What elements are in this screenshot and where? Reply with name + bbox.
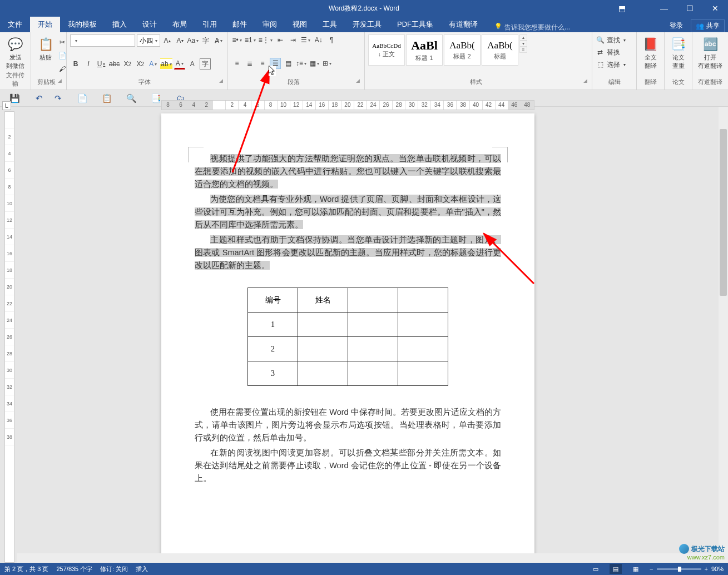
paragraph-2[interactable]: 为使您的文档具有专业外观，Word 提供了页眉、页脚、封面和文本框设计，这些设计… — [195, 193, 501, 231]
menu-mailings[interactable]: 邮件 — [225, 17, 255, 32]
strikethrough-button[interactable]: abc — [108, 58, 120, 70]
paste-button[interactable]: 📋 粘贴 — [34, 34, 57, 75]
numbering-button[interactable]: ≡1 — [244, 34, 256, 46]
text-effects-button[interactable]: A — [147, 58, 159, 70]
web-layout-button[interactable]: ▦ — [630, 564, 642, 574]
zoom-level[interactable]: 90% — [711, 566, 724, 572]
subscript-button[interactable]: X2 — [122, 58, 133, 70]
shading-button[interactable]: ▦ — [309, 58, 320, 69]
menu-developer[interactable]: 开发工具 — [345, 17, 389, 32]
menu-references[interactable]: 引用 — [195, 17, 225, 32]
dialog-launcher-icon[interactable]: ◢ — [583, 78, 587, 83]
menu-view[interactable]: 视图 — [285, 17, 315, 32]
justify-button[interactable]: ☰ — [270, 58, 281, 69]
font-size-combo[interactable]: 小四 — [137, 34, 160, 47]
zoom-in-button[interactable]: + — [705, 566, 708, 572]
menu-layout[interactable]: 布局 — [165, 17, 195, 32]
print-layout-button[interactable]: ▤ — [610, 564, 622, 574]
qat-paste-button[interactable]: 📋 — [101, 93, 112, 104]
share-button[interactable]: 👥共享 — [691, 19, 725, 32]
increase-indent-button[interactable]: ⇥ — [288, 34, 299, 46]
clear-formatting-button[interactable]: A̷ — [213, 35, 224, 46]
menu-design[interactable]: 设计 — [135, 17, 165, 32]
tell-me-search[interactable]: 告诉我您想要做什么... — [491, 23, 570, 32]
menu-pdftools[interactable]: PDF工具集 — [389, 17, 441, 32]
asian-layout-button[interactable]: ☰ — [300, 34, 311, 46]
document-table[interactable]: 编号 姓名 1 2 3 — [247, 288, 448, 386]
font-color-button[interactable]: A — [174, 58, 185, 70]
align-left-button[interactable]: ≡ — [231, 58, 242, 69]
paragraph-3[interactable]: 主题和样式也有助于文档保持协调。当您单击设计并选择新的主题时，图片、图表或 Sm… — [195, 234, 501, 272]
dialog-launcher-icon[interactable]: ◢ — [356, 78, 360, 83]
maximize-button[interactable]: ☐ — [677, 0, 702, 17]
grow-font-button[interactable]: A▴ — [162, 35, 173, 46]
distributed-button[interactable]: ▤ — [283, 58, 294, 69]
bullets-button[interactable]: ≡• — [231, 34, 242, 46]
page-indicator[interactable]: 第 2 页，共 3 页 — [4, 565, 48, 573]
minimize-button[interactable]: — — [651, 0, 677, 17]
open-youdao-button[interactable]: 🔤 打开有道翻译 — [696, 34, 725, 71]
line-spacing-button[interactable]: ↕≡ — [295, 58, 307, 69]
zoom-slider[interactable] — [657, 568, 701, 570]
menu-insert[interactable]: 插入 — [105, 17, 135, 32]
italic-button[interactable]: I — [83, 58, 94, 70]
replace-button[interactable]: ⇄替换 — [596, 47, 633, 58]
read-mode-button[interactable]: ▭ — [590, 564, 602, 574]
undo-button[interactable]: ↶ — [33, 93, 44, 104]
find-button[interactable]: 🔍查找▾ — [596, 34, 633, 46]
multilevel-list-button[interactable]: ≡⋮ — [258, 34, 273, 46]
superscript-button[interactable]: X2 — [135, 58, 146, 70]
select-button[interactable]: ⬚选择▾ — [596, 59, 633, 70]
change-case-button[interactable]: Aa — [187, 35, 199, 46]
paragraph-4[interactable]: 使用在需要位置出现的新按钮在 Word 中保存时间。若要更改图片适应文档的方式，… — [195, 406, 501, 444]
shrink-font-button[interactable]: A▾ — [175, 35, 186, 46]
insert-mode[interactable]: 插入 — [136, 565, 148, 573]
dialog-launcher-icon[interactable]: ◢ — [219, 78, 223, 83]
align-center-button[interactable]: ≣ — [244, 58, 255, 69]
close-button[interactable]: ✕ — [702, 0, 728, 17]
ribbon-display-icon[interactable]: ⬒ — [618, 4, 626, 13]
menu-mytemplates[interactable]: 我的模板 — [60, 17, 105, 32]
menu-tools[interactable]: 工具 — [315, 17, 345, 32]
paragraph-5[interactable]: 在新的阅读视图中阅读更加容易。可以折叠文档某些部分并关注所需文本。如果在达到结尾… — [195, 447, 501, 485]
decrease-indent-button[interactable]: ⇤ — [275, 34, 286, 46]
font-name-combo[interactable] — [70, 34, 135, 47]
horizontal-scrollbar[interactable] — [17, 553, 719, 563]
menu-youdao[interactable]: 有道翻译 — [441, 17, 486, 32]
qat-doc1-button[interactable]: 📑 — [150, 93, 161, 104]
copy-button[interactable]: 📄 — [57, 50, 68, 61]
send-to-wechat-button[interactable]: 💬 发送 到微信 — [3, 34, 27, 71]
document-page[interactable]: 视频提供了功能强大的方法帮助您证明您的观点。当您单击联机视频时，可以在想要添加的… — [161, 113, 534, 575]
bold-button[interactable]: B — [70, 58, 81, 70]
tab-selector[interactable]: L — [2, 101, 11, 110]
underline-button[interactable]: U — [96, 58, 107, 70]
login-link[interactable]: 登录 — [670, 21, 683, 31]
cut-button[interactable]: ✂ — [57, 37, 68, 48]
menu-review[interactable]: 审阅 — [255, 17, 285, 32]
scrollbar-thumb[interactable] — [720, 129, 727, 296]
sort-button[interactable]: A↓ — [313, 34, 324, 46]
style-heading1[interactable]: AaBl标题 1 — [406, 34, 443, 66]
style-normal[interactable]: AaBbCcDd↓ 正文 — [368, 34, 405, 66]
vertical-ruler[interactable]: 2468101214161820222426283032343638 — [4, 111, 14, 563]
track-changes-status[interactable]: 修订: 关闭 — [100, 565, 128, 573]
redo-button[interactable]: ↷ — [52, 93, 63, 104]
word-count[interactable]: 257/835 个字 — [56, 565, 92, 573]
highlight-button[interactable]: ab — [160, 58, 172, 70]
style-heading2[interactable]: AaBb(标题 2 — [444, 34, 481, 66]
vertical-scrollbar[interactable] — [719, 107, 728, 563]
show-marks-button[interactable]: ¶ — [326, 34, 337, 46]
dialog-launcher-icon[interactable]: ◢ — [58, 78, 62, 83]
align-right-button[interactable]: ≡ — [257, 58, 268, 69]
qat-new-button[interactable]: 📄 — [77, 93, 88, 104]
full-translate-button[interactable]: 📕 全文翻译 — [640, 34, 661, 71]
qat-find-button[interactable]: 🔍 — [126, 93, 137, 104]
enclose-characters-button[interactable]: A — [187, 58, 198, 70]
style-title[interactable]: AaBb(标题 — [482, 34, 518, 66]
menu-file[interactable]: 文件 — [0, 17, 30, 32]
format-painter-button[interactable]: 🖌 — [57, 63, 68, 75]
zoom-out-button[interactable]: − — [650, 566, 653, 572]
character-border-button[interactable]: 字 — [200, 58, 211, 70]
paragraph-1[interactable]: 视频提供了功能强大的方法帮助您证明您的观点。当您单击联机视频时，可以在想要添加的… — [195, 152, 501, 191]
borders-button[interactable]: ⊞ — [321, 58, 333, 69]
